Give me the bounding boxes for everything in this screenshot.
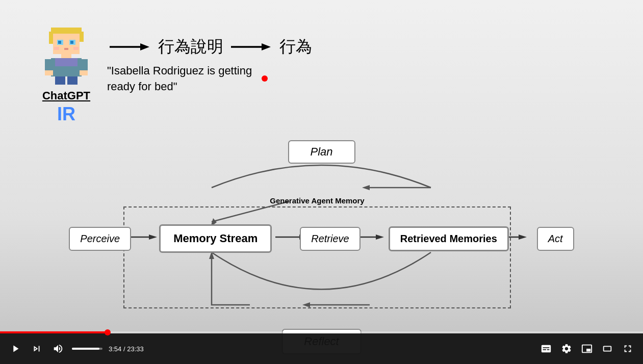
volume-fill [72,348,99,350]
svg-rect-7 [70,41,73,44]
memory-box-label: Generative Agent Memory [270,196,364,205]
plan-box: Plan [288,140,355,164]
video-player: ChatGPT IR 行為說明 [0,0,643,364]
svg-rect-6 [58,41,61,44]
retrieve-label: Retrieve [311,233,349,244]
subtitles-icon [541,343,552,354]
arrow1-label: 行為說明 [158,36,223,58]
svg-marker-21 [140,43,149,50]
theater-button[interactable] [600,341,615,356]
total-time: 23:33 [127,345,144,353]
svg-rect-17 [80,70,88,75]
svg-rect-3 [53,34,80,54]
settings-button[interactable] [559,341,574,356]
fullscreen-icon [622,343,633,354]
current-time: 3:54 [109,345,121,353]
memory-stream-box: Memory Stream [159,224,272,253]
plan-label: Plan [310,145,332,158]
svg-rect-10 [73,47,79,50]
miniplayer-icon [581,343,593,354]
svg-rect-1 [49,32,53,44]
progress-bar[interactable] [0,331,643,333]
volume-icon [53,343,64,354]
memory-stream-label: Memory Stream [173,232,258,245]
volume-slider[interactable] [72,348,102,350]
svg-rect-19 [67,76,78,85]
play-icon [10,343,21,354]
description-text: "Isabella Rodriguez is getting ready for… [107,63,260,95]
skip-next-icon [31,343,42,354]
perceive-box: Perceive [69,227,131,251]
act-label: Act [548,233,563,244]
retrieved-memories-label: Retrieved Memories [400,233,497,244]
retrieve-box: Retrieve [300,227,360,251]
next-button[interactable] [29,341,44,356]
svg-rect-14 [45,59,53,71]
pixel-character [41,25,92,87]
chatgpt-label: ChatGPT [42,89,90,102]
volume-button[interactable] [50,341,66,356]
controls-bar: 3:54 / 23:33 [0,333,643,364]
subtitles-button[interactable] [538,341,554,356]
character-area: ChatGPT IR [41,25,92,125]
fullscreen-button[interactable] [620,341,635,356]
svg-rect-13 [55,58,78,66]
svg-rect-8 [64,48,68,50]
retrieved-memories-box: Retrieved Memories [389,226,509,251]
svg-rect-2 [80,32,84,42]
play-button[interactable] [8,341,23,356]
svg-rect-9 [54,47,59,50]
svg-marker-24 [362,185,370,190]
svg-marker-23 [262,43,271,50]
red-dot [262,75,268,82]
arrow2 [231,39,272,55]
arrow1 [110,39,150,55]
time-display: 3:54 / 23:33 [109,345,144,353]
perceive-label: Perceive [80,233,120,244]
generative-agent-memory-box: Generative Agent Memory [123,206,511,308]
svg-rect-18 [55,76,65,85]
progress-fill [0,331,108,333]
theater-icon [602,343,613,354]
progress-dot [105,329,111,335]
svg-rect-16 [45,70,53,75]
miniplayer-button[interactable] [579,341,595,356]
flow-row: Perceive Memory Stream Retrieve Retrieve… [0,224,643,253]
top-section: ChatGPT IR 行為說明 [0,10,643,135]
top-arrows-row: 行為說明 行為 [102,36,312,58]
right-controls [538,341,635,356]
settings-icon [561,343,572,354]
arrow-section: 行為說明 行為 "Isabella Rodriguez is getting r… [102,36,312,95]
act-box: Act [537,227,574,251]
ir-label: IR [57,103,75,125]
arrow2-label: 行為 [279,36,312,58]
svg-rect-15 [80,59,88,71]
